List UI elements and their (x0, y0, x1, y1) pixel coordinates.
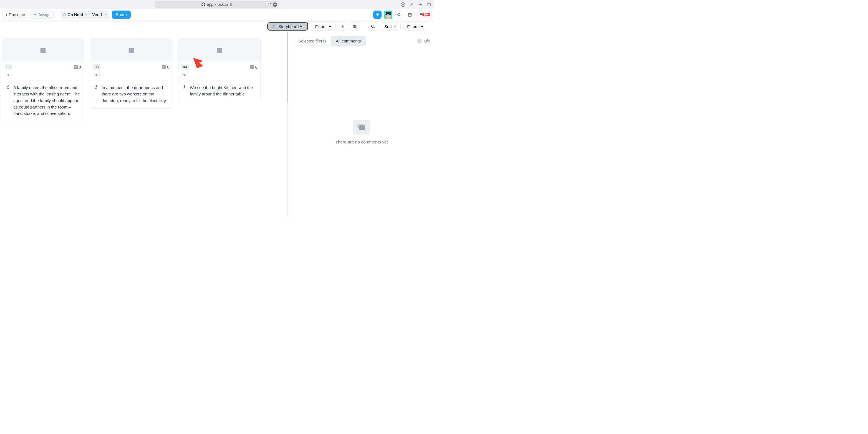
storyboard-card[interactable]: 02 0 A family enters the office room and… (2, 38, 84, 121)
refresh-icon[interactable] (267, 2, 271, 6)
svg-point-14 (96, 85, 97, 86)
card-comment-count[interactable]: 0 (162, 65, 169, 69)
pose-icon (94, 85, 99, 104)
assign-button[interactable]: Assign (30, 10, 54, 19)
tabs-icon[interactable] (427, 2, 431, 7)
settings-button[interactable] (350, 22, 359, 31)
tab-selected-files[interactable]: Selected file(s) (293, 36, 331, 45)
url-bar[interactable]: app.krock.io ••• (155, 1, 279, 8)
storyboard-card[interactable]: 03 0 In a moment, the door opens and the… (90, 38, 172, 108)
notification-badge: 99+ (422, 13, 430, 17)
svg-point-16 (184, 85, 185, 86)
comments-tabs-row: Selected file(s) All comments 0/0 (289, 32, 434, 48)
storyboard-card[interactable]: 04 0 We see the bright Kitchen with the … (178, 38, 260, 102)
app-header: + Due date Assign On Hold Ver. 1 Share 9… (0, 9, 434, 21)
pose-icon (182, 85, 187, 97)
svg-point-11 (41, 49, 42, 50)
svg-rect-9 (408, 13, 411, 17)
new-tab-icon[interactable] (418, 2, 423, 7)
svg-rect-18 (359, 125, 365, 130)
count-dot-icon (417, 38, 422, 43)
add-comment-icon (74, 65, 78, 69)
add-button[interactable] (373, 10, 381, 19)
card-description: A family enters the office room and inte… (13, 84, 80, 117)
scrollbar-thumb[interactable] (287, 32, 288, 102)
more-dots-icon[interactable]: ••• (273, 2, 277, 7)
divider (57, 11, 57, 18)
search-button[interactable] (395, 10, 403, 19)
storyboard-ai-button[interactable]: Storyboard AI (267, 22, 308, 31)
share-button[interactable]: Share (112, 10, 131, 19)
sparkle-icon (272, 24, 276, 29)
tab-all-comments[interactable]: All comments (331, 36, 366, 45)
card-image-placeholder (2, 39, 84, 62)
browser-right-icons (401, 2, 431, 7)
empty-comments-text: There are no comments yet (335, 140, 388, 145)
pose-icon (6, 85, 10, 117)
svg-rect-2 (428, 3, 430, 6)
storyboard-grid: 02 0 A family enters the office room and… (0, 32, 289, 217)
svg-point-12 (8, 85, 9, 86)
svg-point-0 (202, 3, 205, 6)
status-select[interactable]: On Hold Ver. 1 (61, 10, 110, 19)
empty-comments-icon (353, 120, 370, 134)
share-icon[interactable] (409, 2, 414, 7)
notifications-button[interactable]: 99+ (416, 10, 432, 19)
svg-point-8 (398, 13, 400, 16)
card-number: 04 (181, 64, 189, 70)
card-image-placeholder (90, 39, 172, 62)
app-body: 02 0 A family enters the office room and… (0, 32, 434, 217)
svg-rect-6 (386, 14, 388, 15)
side-filters-button[interactable]: Filters (403, 22, 427, 31)
download-button[interactable] (338, 22, 347, 31)
svg-rect-7 (389, 14, 390, 15)
sub-header: Storyboard AI Filters Sort Filters (0, 21, 434, 32)
side-search-button[interactable] (369, 22, 378, 31)
header-right: 99+ (373, 10, 432, 19)
user-avatar[interactable] (384, 10, 392, 19)
lock-icon (229, 3, 232, 6)
chevron-down-icon (85, 14, 87, 15)
comments-panel: Selected file(s) All comments 0/0 There … (289, 32, 434, 217)
svg-point-15 (218, 49, 219, 50)
chevron-down-icon (104, 14, 107, 15)
add-comment-icon (162, 65, 166, 69)
add-comment-icon (250, 65, 254, 69)
browser-chrome: app.krock.io ••• (0, 0, 434, 9)
site-favicon-icon (202, 2, 205, 6)
card-description: We see the bright Kitchen with the famil… (190, 84, 256, 97)
board-filters-button[interactable]: Filters (312, 22, 336, 31)
downloads-icon[interactable] (401, 2, 405, 7)
comments-tabs: Selected file(s) All comments (293, 36, 366, 46)
card-number: 02 (5, 64, 12, 70)
empty-comments-state: There are no comments yet (289, 48, 434, 217)
svg-point-10 (372, 25, 374, 27)
tag-icon[interactable] (5, 72, 11, 78)
url-text: app.krock.io (207, 2, 228, 7)
tag-icon[interactable] (93, 72, 100, 78)
card-comment-count[interactable]: 0 (250, 65, 257, 69)
comments-count: 0/0 (417, 38, 430, 43)
tag-icon[interactable] (181, 72, 188, 78)
card-description: In a moment, the door opens and there ar… (101, 84, 168, 104)
svg-point-13 (129, 49, 130, 50)
due-date-button[interactable]: + Due date (2, 10, 28, 19)
card-image-placeholder (179, 39, 260, 62)
card-comment-count[interactable]: 0 (74, 65, 81, 69)
sort-button[interactable]: Sort (381, 22, 401, 31)
calendar-button[interactable] (406, 10, 414, 19)
card-number: 03 (93, 64, 100, 70)
status-dot-icon (63, 13, 66, 16)
